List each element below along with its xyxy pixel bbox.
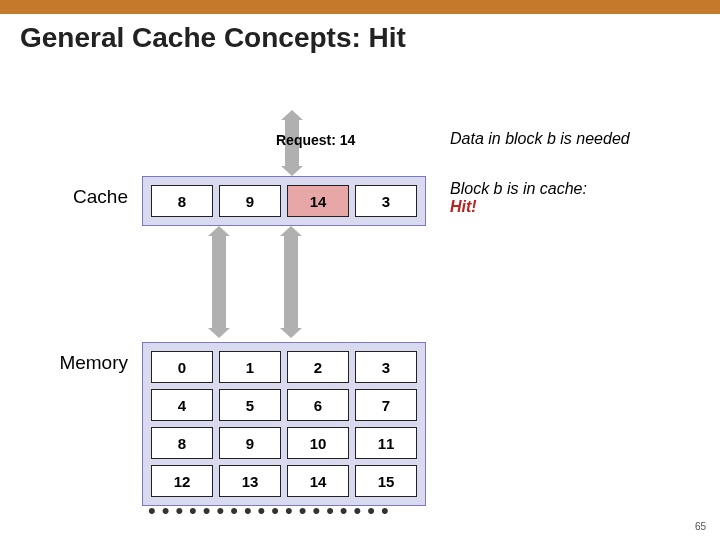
cache-grid: 89143: [142, 176, 426, 226]
transfer-arrow-1: [208, 226, 230, 338]
memory-cell: 2: [287, 351, 349, 383]
memory-cell: 10: [287, 427, 349, 459]
memory-cell: 4: [151, 389, 213, 421]
hit-word: Hit!: [450, 198, 477, 215]
memory-cell: 14: [287, 465, 349, 497]
memory-cell: 12: [151, 465, 213, 497]
memory-cell: 6: [287, 389, 349, 421]
request-label: Request: 14: [276, 132, 355, 148]
cache-cell: 8: [151, 185, 213, 217]
cache-cell: 14: [287, 185, 349, 217]
cache-label: Cache: [28, 186, 128, 208]
cache-cell: 9: [219, 185, 281, 217]
transfer-arrow-2: [280, 226, 302, 338]
memory-cell: 0: [151, 351, 213, 383]
memory-cell: 7: [355, 389, 417, 421]
needed-annotation: Data in block b is needed: [450, 130, 630, 148]
memory-cell: 15: [355, 465, 417, 497]
hit-annotation: Block b is in cache: Hit!: [450, 180, 587, 217]
memory-label: Memory: [28, 352, 128, 374]
memory-cell: 11: [355, 427, 417, 459]
memory-grid: 0123456789101112131415: [142, 342, 426, 506]
memory-cell: 8: [151, 427, 213, 459]
cache-cell: 3: [355, 185, 417, 217]
memory-cell: 9: [219, 427, 281, 459]
top-accent-bar: [0, 0, 720, 14]
hit-line1: Block b is in cache:: [450, 180, 587, 197]
ellipsis-dots: ••••••••••••••••••: [148, 498, 395, 524]
slide-number: 65: [695, 521, 706, 532]
slide-title: General Cache Concepts: Hit: [0, 14, 720, 54]
memory-cell: 5: [219, 389, 281, 421]
memory-cell: 1: [219, 351, 281, 383]
memory-cell: 13: [219, 465, 281, 497]
memory-cell: 3: [355, 351, 417, 383]
